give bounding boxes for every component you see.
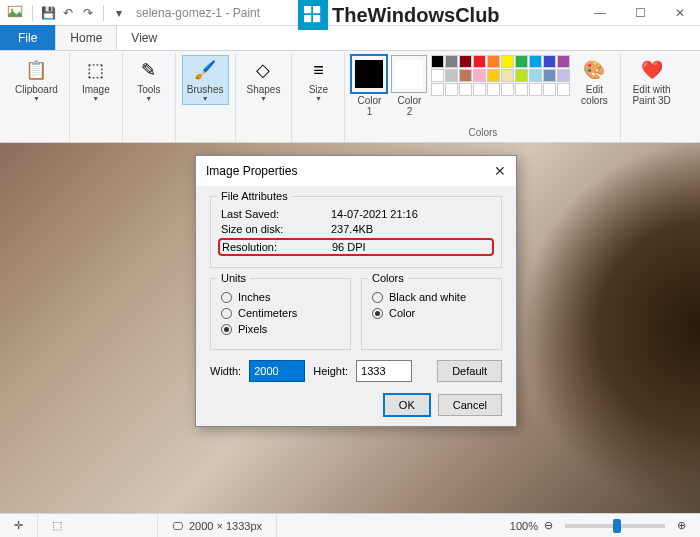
- height-input[interactable]: [356, 360, 412, 382]
- color2-button[interactable]: [391, 55, 427, 93]
- palette-icon: 🎨: [582, 58, 606, 82]
- color-palette[interactable]: [431, 55, 570, 96]
- palette-swatch[interactable]: [487, 69, 500, 82]
- undo-button[interactable]: ↶: [59, 4, 77, 22]
- ok-button[interactable]: OK: [384, 394, 430, 416]
- svg-rect-3: [313, 6, 320, 13]
- height-label: Height:: [313, 365, 348, 377]
- palette-swatch[interactable]: [501, 69, 514, 82]
- size-icon: ≡: [306, 58, 330, 82]
- units-pixels-radio[interactable]: Pixels: [221, 323, 340, 335]
- palette-swatch[interactable]: [501, 83, 514, 96]
- clipboard-button[interactable]: 📋 Clipboard ▼: [10, 55, 63, 105]
- svg-rect-2: [304, 6, 311, 13]
- width-input[interactable]: [249, 360, 305, 382]
- selection-size: ⬚: [38, 514, 158, 537]
- palette-swatch[interactable]: [445, 83, 458, 96]
- palette-swatch[interactable]: [543, 83, 556, 96]
- color1-button[interactable]: [351, 55, 387, 93]
- palette-swatch[interactable]: [515, 83, 528, 96]
- statusbar: ✛ ⬚ 🖵2000 × 1333px 100% ⊖ ⊕: [0, 513, 700, 537]
- redo-button[interactable]: ↷: [79, 4, 97, 22]
- save-button[interactable]: 💾: [39, 4, 57, 22]
- view-tab[interactable]: View: [117, 25, 171, 50]
- palette-swatch[interactable]: [459, 55, 472, 68]
- brush-icon: 🖌️: [193, 58, 217, 82]
- width-label: Width:: [210, 365, 241, 377]
- palette-swatch[interactable]: [487, 83, 500, 96]
- selection-icon: ⬚: [52, 519, 62, 532]
- image-button[interactable]: ⬚ Image ▼: [76, 55, 116, 105]
- colors-bw-radio[interactable]: Black and white: [372, 291, 491, 303]
- units-inches-radio[interactable]: Inches: [221, 291, 340, 303]
- file-tab[interactable]: File: [0, 25, 55, 50]
- palette-swatch[interactable]: [529, 69, 542, 82]
- edit-colors-button[interactable]: 🎨 Edit colors: [574, 55, 614, 109]
- colors-color-radio[interactable]: Color: [372, 307, 491, 319]
- palette-swatch[interactable]: [431, 69, 444, 82]
- shapes-icon: ◇: [251, 58, 275, 82]
- palette-swatch[interactable]: [445, 69, 458, 82]
- paint3d-button[interactable]: ❤️ Edit with Paint 3D: [627, 55, 675, 109]
- palette-swatch[interactable]: [543, 69, 556, 82]
- palette-swatch[interactable]: [473, 83, 486, 96]
- palette-swatch[interactable]: [557, 55, 570, 68]
- resolution-row-highlight: Resolution:96 DPI: [218, 238, 494, 256]
- brushes-button[interactable]: 🖌️ Brushes ▼: [182, 55, 229, 105]
- image-dimensions: 🖵2000 × 1333px: [158, 514, 277, 537]
- palette-swatch[interactable]: [515, 55, 528, 68]
- dimensions-icon: 🖵: [172, 520, 183, 532]
- palette-swatch[interactable]: [515, 69, 528, 82]
- units-centimeters-radio[interactable]: Centimeters: [221, 307, 340, 319]
- palette-swatch[interactable]: [473, 69, 486, 82]
- window-title: selena-gomez-1 - Paint: [136, 6, 260, 20]
- default-button[interactable]: Default: [437, 360, 502, 382]
- palette-swatch[interactable]: [529, 83, 542, 96]
- pencil-icon: ✎: [137, 58, 161, 82]
- paint3d-icon: ❤️: [640, 58, 664, 82]
- crosshair-icon: ✛: [14, 519, 23, 532]
- ribbon: 📋 Clipboard ▼ ⬚ Image ▼ ✎ Tools ▼ 🖌️ Bru…: [0, 51, 700, 143]
- palette-swatch[interactable]: [459, 83, 472, 96]
- size-button[interactable]: ≡ Size ▼: [298, 55, 338, 105]
- app-icon: [6, 4, 24, 22]
- image-properties-dialog: Image Properties ✕ File Attributes Last …: [195, 155, 517, 427]
- watermark: TheWindowsClub: [298, 0, 500, 30]
- file-attributes-group: File Attributes Last Saved:14-07-2021 21…: [210, 196, 502, 268]
- home-tab[interactable]: Home: [55, 25, 117, 50]
- palette-swatch[interactable]: [445, 55, 458, 68]
- palette-swatch[interactable]: [557, 83, 570, 96]
- close-button[interactable]: ✕: [660, 0, 700, 26]
- quick-access-toolbar: 💾 ↶ ↷ ▾: [28, 4, 128, 22]
- svg-rect-5: [313, 15, 320, 22]
- zoom-out-button[interactable]: ⊖: [544, 519, 553, 532]
- units-group: Units Inches Centimeters Pixels: [210, 278, 351, 350]
- select-icon: ⬚: [84, 58, 108, 82]
- palette-swatch[interactable]: [459, 69, 472, 82]
- minimize-button[interactable]: —: [580, 0, 620, 26]
- qat-customize[interactable]: ▾: [110, 4, 128, 22]
- clipboard-icon: 📋: [24, 58, 48, 82]
- zoom-level: 100%: [510, 520, 538, 532]
- tools-button[interactable]: ✎ Tools ▼: [129, 55, 169, 105]
- cancel-button[interactable]: Cancel: [438, 394, 502, 416]
- palette-swatch[interactable]: [431, 55, 444, 68]
- palette-swatch[interactable]: [543, 55, 556, 68]
- svg-rect-4: [304, 15, 311, 22]
- palette-swatch[interactable]: [431, 83, 444, 96]
- zoom-in-button[interactable]: ⊕: [677, 519, 686, 532]
- palette-swatch[interactable]: [487, 55, 500, 68]
- palette-swatch[interactable]: [473, 55, 486, 68]
- maximize-button[interactable]: ☐: [620, 0, 660, 26]
- dialog-titlebar[interactable]: Image Properties ✕: [196, 156, 516, 186]
- colors-group: Colors Black and white Color: [361, 278, 502, 350]
- shapes-button[interactable]: ◇ Shapes ▼: [242, 55, 286, 105]
- dialog-close-button[interactable]: ✕: [494, 163, 506, 179]
- palette-swatch[interactable]: [557, 69, 570, 82]
- cursor-position: ✛: [0, 514, 38, 537]
- palette-swatch[interactable]: [529, 55, 542, 68]
- palette-swatch[interactable]: [501, 55, 514, 68]
- dialog-title: Image Properties: [206, 164, 297, 178]
- zoom-slider[interactable]: [565, 524, 665, 528]
